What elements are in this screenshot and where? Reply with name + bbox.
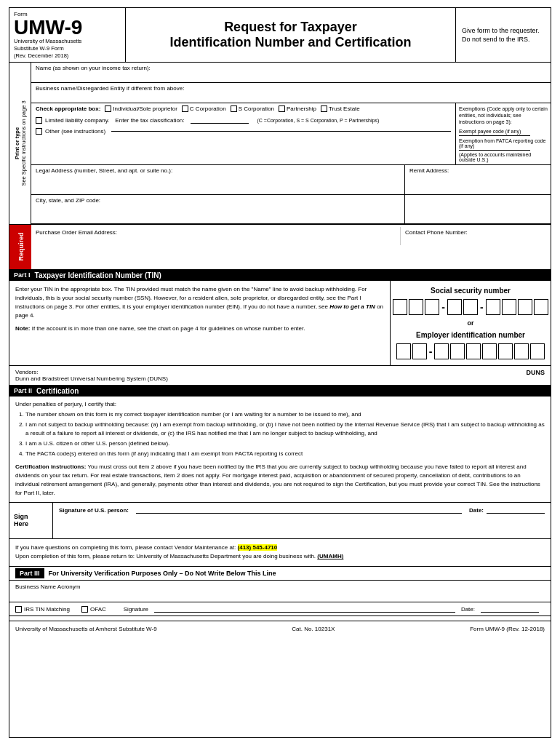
- ein-group2: [434, 343, 545, 359]
- individual-checkbox[interactable]: [105, 105, 111, 112]
- give-form-instruction: Give form to the requester. Do not send …: [456, 8, 551, 62]
- contact-phone-label: Contact Phone Number:: [405, 229, 468, 236]
- ein-dash: -: [429, 346, 433, 357]
- contact-line2-prefix: Upon completion of this form, please ret…: [15, 553, 316, 559]
- trust-option[interactable]: Trust Estate: [321, 105, 360, 112]
- other-checkbox[interactable]: [36, 128, 42, 135]
- ein-box-7[interactable]: [498, 343, 513, 359]
- partnership-option[interactable]: Partnership: [279, 105, 316, 112]
- sign-label2: Here: [14, 520, 48, 527]
- irs-tin-checkbox[interactable]: [15, 606, 22, 613]
- checkbox-col-left: Check appropriate box: Individual/Sole p…: [31, 103, 456, 164]
- exempt-payee-input[interactable]: [459, 135, 530, 136]
- required-fields: Purchase Order Email Address: Contact Ph…: [31, 225, 551, 269]
- ein-label: Employer identification number: [416, 331, 525, 339]
- business-name-field-row: Business name/Disregarded Entity if diff…: [31, 83, 551, 103]
- ein-box-8[interactable]: [514, 343, 529, 359]
- contact-row: If you have questions on completing this…: [9, 539, 551, 567]
- tin-instructions: Enter your TIN in the appropriate box. T…: [9, 281, 391, 365]
- contact-phone: (413) 545-4710: [238, 544, 278, 551]
- date-label: Date:: [469, 507, 484, 514]
- irs-tin-label: IRS TIN Matching: [24, 606, 70, 613]
- ein-group1: [396, 343, 427, 359]
- city-zip-field: City, state, and ZIP code:: [31, 195, 405, 224]
- form-header: Form UMW-9 University of Massachusetts S…: [9, 7, 551, 63]
- legal-address-field: Legal Address (number, Street, and apt. …: [31, 165, 405, 194]
- po-phone-row: Purchase Order Email Address: Contact Ph…: [36, 227, 546, 245]
- biz-name-label: Business Name Acronym: [15, 583, 80, 590]
- sign-label1: Sign: [14, 513, 48, 520]
- other-input-line[interactable]: [111, 131, 451, 132]
- ssn-box-3[interactable]: [425, 299, 439, 315]
- ssn-box-2[interactable]: [409, 299, 423, 315]
- vendors-row: Vendors: Dunn and Bradstreet Universal N…: [9, 366, 551, 386]
- cert-list: The number shown on this form is my corr…: [15, 410, 545, 458]
- part3-signature-line[interactable]: [154, 605, 455, 613]
- how-to-get-tin-link[interactable]: How to get a TIN: [329, 303, 375, 310]
- city-right-spacer: [405, 195, 551, 224]
- fatca-note: (Applies to accounts maintained outside …: [459, 152, 548, 162]
- ssn-box-4[interactable]: [447, 299, 462, 315]
- ofac-check: OFAC: [81, 606, 106, 613]
- ssn-box-5[interactable]: [463, 299, 478, 315]
- tin-input-area: Social security number - -: [391, 281, 551, 365]
- po-email-field: Purchase Order Email Address:: [36, 227, 401, 245]
- side-label-text: Print or type See Specific instructions …: [14, 100, 27, 186]
- cert-item-1: The number shown on this form is my corr…: [25, 410, 545, 419]
- required-section: Required Purchase Order Email Address: C…: [9, 225, 551, 270]
- trust-checkbox[interactable]: [321, 105, 327, 112]
- ein-box-3[interactable]: [434, 343, 449, 359]
- ssn-group2: [447, 299, 478, 315]
- individual-option[interactable]: Individual/Sole proprietor: [105, 105, 177, 112]
- cert-instructions-bold: Certification instructions:: [15, 463, 86, 470]
- footer-center: Cat. No. 10231X: [292, 626, 335, 632]
- required-input-area[interactable]: [36, 245, 546, 267]
- partnership-checkbox[interactable]: [279, 105, 285, 112]
- specific-instructions-label: See Specific instructions on page 3: [20, 100, 27, 186]
- remit-address-label: Remit Address:: [409, 167, 546, 174]
- ssn-box-7[interactable]: [502, 299, 516, 315]
- print-or-type-section: Print or type See Specific instructions …: [9, 63, 551, 224]
- c-corp-checkbox[interactable]: [182, 105, 188, 112]
- city-label: City, state, and ZIP code:: [36, 197, 400, 204]
- llc-row: Limited liability company. Enter the tax…: [36, 115, 451, 125]
- ssn-box-6[interactable]: [486, 299, 500, 315]
- sign-here-label: Sign Here: [9, 503, 53, 538]
- ofac-checkbox[interactable]: [81, 606, 88, 613]
- trust-label: Trust Estate: [329, 105, 360, 112]
- tax-class-input[interactable]: [191, 116, 249, 124]
- ein-box-2[interactable]: [412, 343, 427, 359]
- print-type-label: Print or type: [14, 127, 20, 159]
- ssn-box-1[interactable]: [393, 299, 407, 315]
- other-row: Other (see instructions): [36, 127, 451, 136]
- ein-input-boxes: -: [396, 343, 545, 359]
- ssn-box-9[interactable]: [534, 299, 548, 315]
- ein-box-6[interactable]: [482, 343, 497, 359]
- ssn-label: Social security number: [431, 287, 511, 295]
- s-corp-option[interactable]: S Corporation: [231, 105, 274, 112]
- ssn-box-8[interactable]: [518, 299, 532, 315]
- irs-row: IRS TIN Matching OFAC Signature Date:: [9, 602, 551, 616]
- ssn-input-boxes: - -: [393, 299, 548, 315]
- fatca-input[interactable]: [459, 150, 530, 151]
- ein-box-9[interactable]: [530, 343, 545, 359]
- signature-input-line[interactable]: [136, 513, 462, 514]
- part3-title: For University Verification Purposes Onl…: [49, 570, 276, 577]
- ein-box-4[interactable]: [450, 343, 465, 359]
- s-corp-label: S Corporation: [239, 105, 274, 112]
- legal-address-label: Legal Address (number, Street, and apt. …: [36, 167, 400, 174]
- footer-right: Form UMW-9 (Rev. 12-2018): [470, 626, 545, 632]
- part1-title: Taxpayer Identification Number (TIN): [35, 271, 161, 279]
- c-corp-option[interactable]: C Corporation: [182, 105, 226, 112]
- ssn-dash-2: -: [480, 301, 484, 313]
- s-corp-checkbox[interactable]: [231, 105, 237, 112]
- ssn-group3: [486, 299, 548, 315]
- main-fields: Name (as shown on your income tax return…: [31, 63, 551, 223]
- date-input-line[interactable]: [487, 513, 545, 514]
- part3-date-line[interactable]: [481, 605, 539, 613]
- sign-content: Signature of U.S. person: Date:: [53, 503, 551, 538]
- llc-checkbox[interactable]: [36, 117, 42, 124]
- ein-box-5[interactable]: [466, 343, 481, 359]
- ein-box-1[interactable]: [396, 343, 411, 359]
- cert-item-3: I am a U.S. citizen or other U.S. person…: [25, 439, 545, 448]
